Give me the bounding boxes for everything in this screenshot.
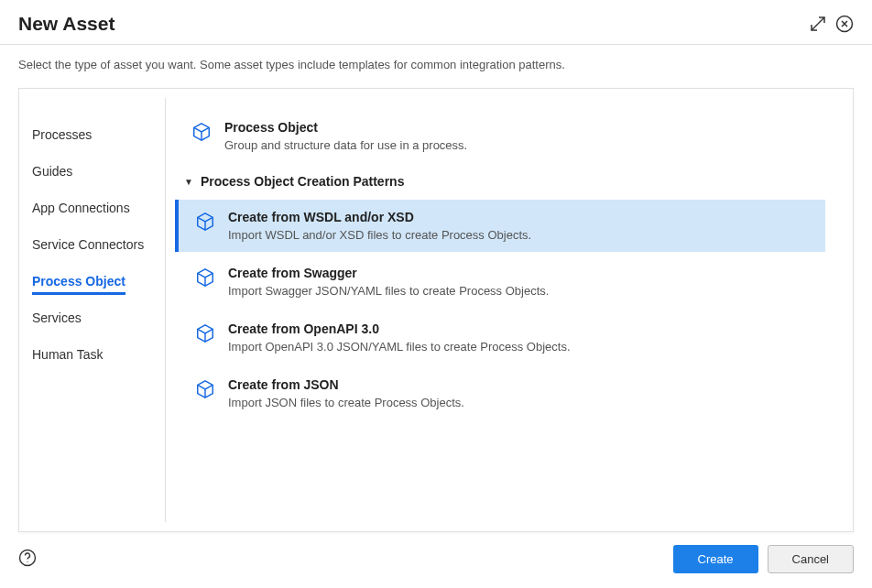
asset-panel: Processes Guides App Connections Service… bbox=[18, 88, 854, 532]
create-button[interactable]: Create bbox=[673, 545, 758, 573]
asset-category-sidebar: Processes Guides App Connections Service… bbox=[19, 98, 166, 522]
option-title: Create from OpenAPI 3.0 bbox=[228, 321, 571, 336]
help-icon[interactable] bbox=[18, 549, 37, 571]
cube-icon bbox=[195, 267, 215, 288]
dialog-title: New Asset bbox=[18, 13, 114, 35]
asset-type-info: Process Object Group and structure data … bbox=[224, 120, 467, 152]
option-info: Create from Swagger Import Swagger JSON/… bbox=[228, 266, 549, 298]
option-info: Create from WSDL and/or XSD Import WSDL … bbox=[228, 210, 531, 242]
option-desc: Import Swagger JSON/YAML files to create… bbox=[228, 284, 549, 298]
svg-point-2 bbox=[27, 561, 27, 561]
option-create-from-wsdl-xsd[interactable]: Create from WSDL and/or XSD Import WSDL … bbox=[175, 200, 825, 252]
option-desc: Import WSDL and/or XSD files to create P… bbox=[228, 228, 531, 242]
sidebar-item-guides[interactable]: Guides bbox=[19, 153, 165, 190]
asset-type-row: Process Object Group and structure data … bbox=[175, 111, 825, 161]
dialog-subtitle: Select the type of asset you want. Some … bbox=[18, 58, 854, 71]
sidebar-item-services[interactable]: Services bbox=[19, 299, 165, 336]
close-icon[interactable] bbox=[835, 15, 854, 33]
cube-icon bbox=[191, 122, 212, 142]
option-desc: Import OpenAPI 3.0 JSON/YAML files to cr… bbox=[228, 340, 571, 354]
cube-icon bbox=[195, 379, 215, 399]
option-create-from-json[interactable]: Create from JSON Import JSON files to cr… bbox=[175, 367, 825, 419]
option-info: Create from JSON Import JSON files to cr… bbox=[228, 377, 464, 409]
asset-type-desc: Group and structure data for use in a pr… bbox=[224, 138, 467, 152]
sidebar-item-app-connections[interactable]: App Connections bbox=[19, 190, 165, 226]
option-create-from-openapi[interactable]: Create from OpenAPI 3.0 Import OpenAPI 3… bbox=[175, 311, 825, 364]
option-create-from-swagger[interactable]: Create from Swagger Import Swagger JSON/… bbox=[175, 256, 825, 308]
option-desc: Import JSON files to create Process Obje… bbox=[228, 396, 464, 409]
sidebar-item-service-connectors[interactable]: Service Connectors bbox=[19, 226, 165, 263]
asset-type-title: Process Object bbox=[224, 120, 467, 135]
asset-options-main: Process Object Group and structure data … bbox=[166, 89, 853, 531]
expand-icon[interactable] bbox=[810, 16, 826, 32]
header-icons bbox=[810, 15, 854, 33]
sidebar-item-process-object[interactable]: Process Object bbox=[19, 263, 165, 299]
option-title: Create from WSDL and/or XSD bbox=[228, 210, 531, 224]
option-title: Create from JSON bbox=[228, 377, 464, 392]
dialog-header: New Asset bbox=[0, 0, 872, 45]
section-title: Process Object Creation Patterns bbox=[201, 174, 405, 189]
creation-patterns-header[interactable]: ▼ Process Object Creation Patterns bbox=[175, 167, 825, 196]
chevron-down-icon: ▼ bbox=[184, 177, 193, 187]
sidebar-item-processes[interactable]: Processes bbox=[19, 116, 165, 153]
dialog-footer: Create Cancel bbox=[0, 532, 872, 588]
cancel-button[interactable]: Cancel bbox=[768, 545, 854, 573]
option-info: Create from OpenAPI 3.0 Import OpenAPI 3… bbox=[228, 321, 571, 354]
sidebar-item-human-task[interactable]: Human Task bbox=[19, 336, 165, 373]
option-title: Create from Swagger bbox=[228, 266, 549, 280]
cube-icon bbox=[195, 212, 215, 232]
cube-icon bbox=[195, 323, 215, 343]
dialog-content: Select the type of asset you want. Some … bbox=[0, 45, 872, 532]
footer-buttons: Create Cancel bbox=[673, 545, 855, 573]
